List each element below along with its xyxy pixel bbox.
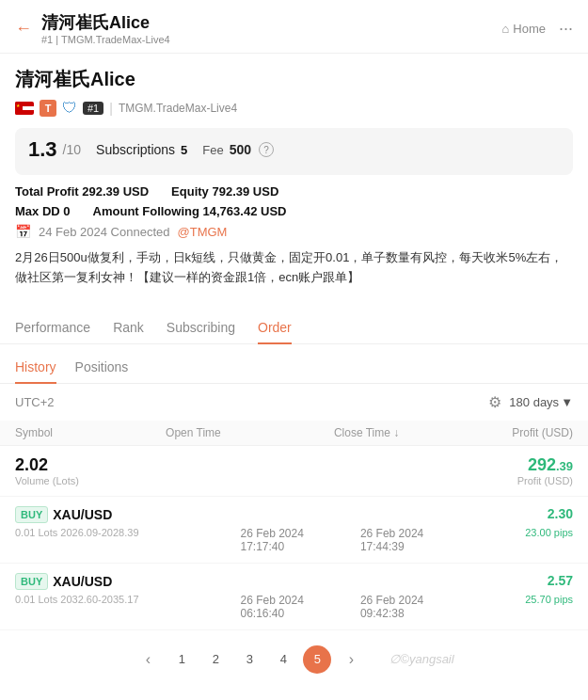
amount-label: Amount Following: [93, 204, 199, 218]
trade-bottom: 0.01 Lots 2026.09-2028.39 26 Feb 2024 17…: [15, 527, 573, 553]
open-date: 26 Feb 2024: [240, 594, 303, 607]
header: ← 清河崔氏Alice #1 | TMGM.TradeMax-Live4 ⌂ H…: [0, 0, 588, 54]
utc-label: UTC+2: [15, 395, 55, 409]
col-close-time: Close Time ↓: [334, 426, 399, 439]
trade-times: 26 Feb 2024 06:16:40 26 Feb 2024 09:42:3…: [240, 594, 423, 620]
header-title: 清河崔氏Alice: [41, 11, 170, 34]
trade-badge: BUY XAU/USD: [15, 573, 112, 590]
page-4-button[interactable]: 4: [269, 645, 297, 674]
trade-lots: 0.01 Lots 2032.60-2035.17: [15, 594, 139, 605]
equity-item: Equity 792.39 USD: [171, 184, 278, 199]
flag-icon: [15, 102, 34, 115]
home-icon: ⌂: [501, 22, 509, 36]
pagination: ‹ 1 2 3 4 5 › ∅©yangsail: [0, 630, 588, 696]
tmgm-badge: T: [40, 100, 56, 117]
maxdd-value: 0: [63, 204, 70, 218]
volume-value: 2.02: [15, 455, 79, 475]
question-icon[interactable]: ?: [259, 142, 274, 157]
close-date: 26 Feb 2024: [360, 527, 423, 540]
maxdd-item: Max DD 0: [15, 204, 71, 218]
trade-pips: 25.70 pips: [525, 594, 573, 605]
platform-label: TMGM.TradeMax-Live4: [119, 102, 237, 115]
filter-icon[interactable]: ⚙: [488, 393, 501, 411]
profile-section: 清河崔氏Alice T 🛡 #1 | TMGM.TradeMax-Live4 1…: [0, 54, 588, 310]
profit-integer: 292: [528, 455, 556, 474]
profit-currency-label: Profit (USD): [517, 475, 573, 486]
trade-bottom: 0.01 Lots 2032.60-2035.17 26 Feb 2024 06…: [15, 594, 573, 620]
page-2-button[interactable]: 2: [201, 645, 230, 674]
total-profit-value: 292.39 USD: [82, 184, 149, 199]
amount-item: Amount Following 14,763.42 USD: [93, 204, 287, 218]
more-button[interactable]: ···: [559, 19, 573, 39]
trade-profit: 2.57: [548, 573, 573, 588]
connected-date: 24 Feb 2024 Connected: [39, 225, 170, 239]
buy-badge: BUY: [15, 573, 48, 590]
table-row: BUY XAU/USD 2.30 0.01 Lots 2026.09-2028.…: [0, 497, 588, 564]
back-button[interactable]: ←: [15, 19, 32, 39]
next-page-button[interactable]: ›: [337, 645, 365, 674]
profile-badges: T 🛡 #1 | TMGM.TradeMax-Live4: [15, 100, 573, 117]
close-time-block: 26 Feb 2024 09:42:38: [360, 594, 423, 620]
table-row: BUY XAU/USD 2.57 0.01 Lots 2032.60-2035.…: [0, 564, 588, 630]
trade-meta: 0.01 Lots 2032.60-2035.17: [15, 594, 139, 605]
trade-times: 26 Feb 2024 17:17:40 26 Feb 2024 17:44:3…: [240, 527, 423, 553]
page-1-button[interactable]: 1: [167, 645, 196, 674]
total-profit-label: Total Profit: [15, 184, 79, 199]
home-button[interactable]: ⌂ Home: [501, 22, 546, 36]
close-date: 26 Feb 2024: [360, 594, 423, 607]
trade-lots: 0.01 Lots 2026.09-2028.39: [15, 527, 139, 538]
col-profit: Profit (USD): [512, 426, 573, 439]
stats-box: 1.3 /10 Subscriptions 5 Fee 500 ?: [15, 128, 573, 175]
profile-description: 2月26日500u做复利，手动，日k短线，只做黄金，固定开0.01，单子数量有风…: [15, 248, 573, 288]
rank-badge: #1: [83, 102, 103, 115]
days-label: 180 days: [509, 395, 559, 409]
fee-label: Fee: [202, 143, 223, 157]
watermark: ∅©yangsail: [389, 652, 453, 666]
score-value: 1.3: [28, 137, 57, 162]
score-row: 1.3 /10 Subscriptions 5 Fee 500 ?: [28, 137, 560, 162]
header-right: ⌂ Home ···: [501, 19, 573, 39]
main-tab-nav: Performance Rank Subscribing Order: [0, 310, 588, 344]
sub-tab-positions[interactable]: Positions: [75, 354, 129, 384]
tab-performance[interactable]: Performance: [15, 310, 90, 344]
separator: |: [109, 101, 113, 116]
equity-value: 792.39 USD: [212, 184, 278, 199]
trade-symbol: XAU/USD: [53, 507, 112, 522]
tab-order[interactable]: Order: [258, 310, 292, 344]
equity-label: Equity: [171, 184, 209, 199]
page-5-button[interactable]: 5: [303, 645, 331, 674]
fee-value: 500: [230, 142, 251, 157]
trade-symbol: XAU/USD: [53, 574, 112, 589]
prev-page-button[interactable]: ‹: [134, 645, 162, 674]
calendar-icon: 📅: [15, 224, 31, 239]
profit-decimal: .39: [556, 459, 573, 473]
close-time: 09:42:38: [360, 607, 423, 620]
page-3-button[interactable]: 3: [235, 645, 263, 674]
sub-tab-history[interactable]: History: [15, 354, 56, 384]
summary-right: 292.39 Profit (USD): [517, 455, 573, 486]
subscriptions-label: Subscriptions: [96, 142, 175, 157]
close-time-block: 26 Feb 2024 17:44:39: [360, 527, 423, 553]
tab-rank[interactable]: Rank: [113, 310, 144, 344]
profile-name: 清河崔氏Alice: [15, 67, 573, 92]
summary-left: 2.02 Volume (Lots): [15, 455, 79, 486]
home-label: Home: [513, 22, 546, 36]
chevron-down-icon: ▼: [561, 395, 573, 409]
summary-row: 2.02 Volume (Lots) 292.39 Profit (USD): [0, 446, 588, 497]
days-filter-button[interactable]: 180 days ▼: [509, 395, 573, 409]
col-open-time: Open Time: [166, 426, 221, 439]
open-date: 26 Feb 2024: [240, 527, 303, 540]
trade-meta: 0.01 Lots 2026.09-2028.39: [15, 527, 139, 538]
header-title-block: 清河崔氏Alice #1 | TMGM.TradeMax-Live4: [41, 11, 170, 45]
subscriptions-value: 5: [181, 143, 187, 157]
close-time: 17:44:39: [360, 540, 423, 553]
total-profit-display: 292.39: [517, 455, 573, 475]
trade-left: BUY XAU/USD: [15, 506, 112, 523]
trade-profit: 2.30: [548, 506, 573, 521]
amount-value: 14,763.42 USD: [203, 204, 287, 218]
tab-subscribing[interactable]: Subscribing: [167, 310, 235, 344]
table-header: Symbol Open Time Close Time ↓ Profit (US…: [0, 421, 588, 446]
shield-icon: 🛡: [62, 100, 77, 117]
open-time-block: 26 Feb 2024 06:16:40: [240, 594, 303, 620]
open-time: 06:16:40: [240, 607, 303, 620]
